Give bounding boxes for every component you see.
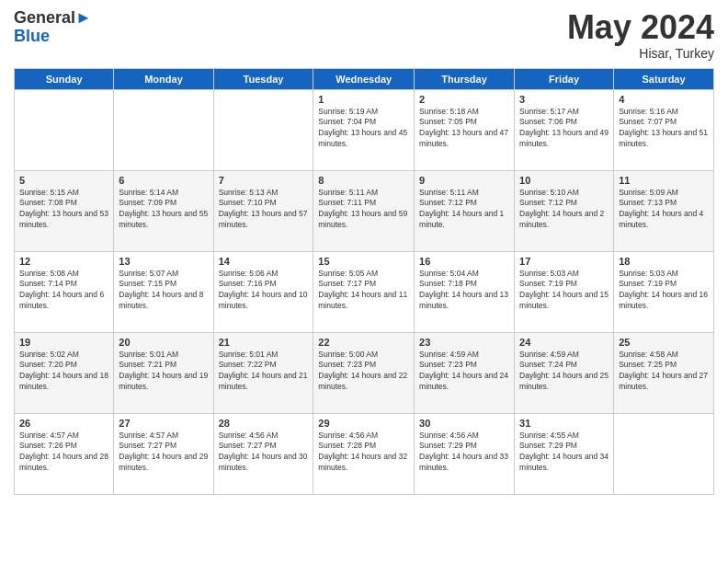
day-info: Sunrise: 5:19 AM Sunset: 7:04 PM Dayligh… — [318, 107, 409, 151]
day-info: Sunrise: 4:56 AM Sunset: 7:27 PM Dayligh… — [219, 431, 309, 475]
day-info: Sunrise: 4:59 AM Sunset: 7:23 PM Dayligh… — [419, 350, 509, 394]
day-number: 31 — [519, 418, 609, 429]
header: General► Blue May 2024 Hisar, Turkey — [14, 9, 714, 61]
calendar-cell: 21Sunrise: 5:01 AM Sunset: 7:22 PM Dayli… — [213, 332, 313, 413]
calendar-cell: 25Sunrise: 4:58 AM Sunset: 7:25 PM Dayli… — [614, 332, 714, 413]
day-number: 13 — [119, 256, 208, 267]
calendar-week-row: 5Sunrise: 5:15 AM Sunset: 7:08 PM Daylig… — [15, 170, 714, 251]
calendar-cell: 14Sunrise: 5:06 AM Sunset: 7:16 PM Dayli… — [213, 251, 313, 332]
day-number: 23 — [419, 337, 509, 348]
calendar-header-row: Sunday Monday Tuesday Wednesday Thursday… — [15, 68, 714, 89]
day-number: 19 — [19, 337, 108, 348]
day-number: 3 — [519, 94, 609, 105]
day-number: 16 — [419, 256, 509, 267]
calendar-cell: 10Sunrise: 5:10 AM Sunset: 7:12 PM Dayli… — [515, 170, 614, 251]
day-info: Sunrise: 5:05 AM Sunset: 7:17 PM Dayligh… — [318, 269, 409, 313]
day-info: Sunrise: 5:17 AM Sunset: 7:06 PM Dayligh… — [519, 107, 609, 151]
col-saturday: Saturday — [614, 68, 714, 89]
logo: General► Blue — [14, 9, 92, 46]
day-number: 18 — [619, 256, 709, 267]
calendar-cell: 16Sunrise: 5:04 AM Sunset: 7:18 PM Dayli… — [415, 251, 515, 332]
day-info: Sunrise: 5:00 AM Sunset: 7:23 PM Dayligh… — [318, 350, 409, 394]
day-info: Sunrise: 5:16 AM Sunset: 7:07 PM Dayligh… — [619, 107, 709, 151]
calendar-cell: 20Sunrise: 5:01 AM Sunset: 7:21 PM Dayli… — [114, 332, 213, 413]
calendar-cell — [614, 413, 714, 494]
calendar-cell: 7Sunrise: 5:13 AM Sunset: 7:10 PM Daylig… — [213, 170, 313, 251]
calendar-week-row: 12Sunrise: 5:08 AM Sunset: 7:14 PM Dayli… — [15, 251, 714, 332]
day-number: 11 — [619, 175, 709, 186]
calendar-week-row: 1Sunrise: 5:19 AM Sunset: 7:04 PM Daylig… — [15, 89, 714, 170]
logo-general: General — [14, 8, 75, 27]
day-number: 12 — [19, 256, 108, 267]
calendar-cell: 12Sunrise: 5:08 AM Sunset: 7:14 PM Dayli… — [15, 251, 114, 332]
day-info: Sunrise: 5:01 AM Sunset: 7:21 PM Dayligh… — [119, 350, 208, 394]
calendar-cell — [213, 89, 313, 170]
calendar-cell: 5Sunrise: 5:15 AM Sunset: 7:08 PM Daylig… — [15, 170, 114, 251]
col-sunday: Sunday — [15, 68, 114, 89]
day-info: Sunrise: 5:09 AM Sunset: 7:13 PM Dayligh… — [619, 188, 709, 232]
month-title: May 2024 — [567, 9, 714, 46]
day-info: Sunrise: 4:57 AM Sunset: 7:27 PM Dayligh… — [119, 431, 208, 475]
col-wednesday: Wednesday — [313, 68, 415, 89]
calendar-cell: 13Sunrise: 5:07 AM Sunset: 7:15 PM Dayli… — [114, 251, 213, 332]
col-friday: Friday — [515, 68, 614, 89]
calendar-cell — [114, 89, 213, 170]
calendar-cell: 19Sunrise: 5:02 AM Sunset: 7:20 PM Dayli… — [15, 332, 114, 413]
day-info: Sunrise: 5:04 AM Sunset: 7:18 PM Dayligh… — [419, 269, 509, 313]
calendar-cell: 17Sunrise: 5:03 AM Sunset: 7:19 PM Dayli… — [515, 251, 614, 332]
day-number: 22 — [318, 337, 409, 348]
day-number: 5 — [19, 175, 108, 186]
day-number: 20 — [119, 337, 208, 348]
day-number: 17 — [519, 256, 609, 267]
day-info: Sunrise: 5:18 AM Sunset: 7:05 PM Dayligh… — [419, 107, 509, 151]
calendar-cell: 4Sunrise: 5:16 AM Sunset: 7:07 PM Daylig… — [614, 89, 714, 170]
col-thursday: Thursday — [415, 68, 515, 89]
day-number: 1 — [318, 94, 409, 105]
day-info: Sunrise: 4:56 AM Sunset: 7:28 PM Dayligh… — [318, 431, 409, 475]
calendar-cell: 29Sunrise: 4:56 AM Sunset: 7:28 PM Dayli… — [313, 413, 415, 494]
calendar-table: Sunday Monday Tuesday Wednesday Thursday… — [14, 68, 714, 495]
calendar-cell: 18Sunrise: 5:03 AM Sunset: 7:19 PM Dayli… — [614, 251, 714, 332]
title-block: May 2024 Hisar, Turkey — [567, 9, 714, 61]
calendar-cell: 3Sunrise: 5:17 AM Sunset: 7:06 PM Daylig… — [515, 89, 614, 170]
day-info: Sunrise: 5:08 AM Sunset: 7:14 PM Dayligh… — [19, 269, 108, 313]
calendar-cell: 24Sunrise: 4:59 AM Sunset: 7:24 PM Dayli… — [515, 332, 614, 413]
day-info: Sunrise: 4:59 AM Sunset: 7:24 PM Dayligh… — [519, 350, 609, 394]
calendar-cell: 6Sunrise: 5:14 AM Sunset: 7:09 PM Daylig… — [114, 170, 213, 251]
calendar-cell — [15, 89, 114, 170]
day-number: 7 — [219, 175, 309, 186]
day-number: 24 — [519, 337, 609, 348]
day-info: Sunrise: 5:03 AM Sunset: 7:19 PM Dayligh… — [619, 269, 709, 313]
calendar-cell: 23Sunrise: 4:59 AM Sunset: 7:23 PM Dayli… — [415, 332, 515, 413]
day-info: Sunrise: 5:03 AM Sunset: 7:19 PM Dayligh… — [519, 269, 609, 313]
day-number: 25 — [619, 337, 709, 348]
location: Hisar, Turkey — [567, 46, 714, 61]
day-info: Sunrise: 5:14 AM Sunset: 7:09 PM Dayligh… — [119, 188, 208, 232]
logo-blue: Blue — [14, 27, 50, 45]
day-info: Sunrise: 4:58 AM Sunset: 7:25 PM Dayligh… — [619, 350, 709, 394]
day-info: Sunrise: 5:11 AM Sunset: 7:12 PM Dayligh… — [419, 188, 509, 232]
day-number: 2 — [419, 94, 509, 105]
calendar-cell: 27Sunrise: 4:57 AM Sunset: 7:27 PM Dayli… — [114, 413, 213, 494]
calendar-cell: 26Sunrise: 4:57 AM Sunset: 7:26 PM Dayli… — [15, 413, 114, 494]
day-number: 8 — [318, 175, 409, 186]
calendar-week-row: 26Sunrise: 4:57 AM Sunset: 7:26 PM Dayli… — [15, 413, 714, 494]
day-number: 10 — [519, 175, 609, 186]
day-info: Sunrise: 4:55 AM Sunset: 7:29 PM Dayligh… — [519, 431, 609, 475]
day-number: 6 — [119, 175, 208, 186]
calendar-page: General► Blue May 2024 Hisar, Turkey Sun… — [0, 0, 728, 563]
col-tuesday: Tuesday — [213, 68, 313, 89]
day-number: 28 — [219, 418, 309, 429]
calendar-cell: 2Sunrise: 5:18 AM Sunset: 7:05 PM Daylig… — [415, 89, 515, 170]
day-number: 29 — [318, 418, 409, 429]
calendar-cell: 8Sunrise: 5:11 AM Sunset: 7:11 PM Daylig… — [313, 170, 415, 251]
calendar-cell: 1Sunrise: 5:19 AM Sunset: 7:04 PM Daylig… — [313, 89, 415, 170]
calendar-cell: 28Sunrise: 4:56 AM Sunset: 7:27 PM Dayli… — [213, 413, 313, 494]
day-number: 26 — [19, 418, 108, 429]
calendar-cell: 22Sunrise: 5:00 AM Sunset: 7:23 PM Dayli… — [313, 332, 415, 413]
day-number: 4 — [619, 94, 709, 105]
day-info: Sunrise: 5:15 AM Sunset: 7:08 PM Dayligh… — [19, 188, 108, 232]
calendar-week-row: 19Sunrise: 5:02 AM Sunset: 7:20 PM Dayli… — [15, 332, 714, 413]
day-info: Sunrise: 5:07 AM Sunset: 7:15 PM Dayligh… — [119, 269, 208, 313]
day-number: 14 — [219, 256, 309, 267]
